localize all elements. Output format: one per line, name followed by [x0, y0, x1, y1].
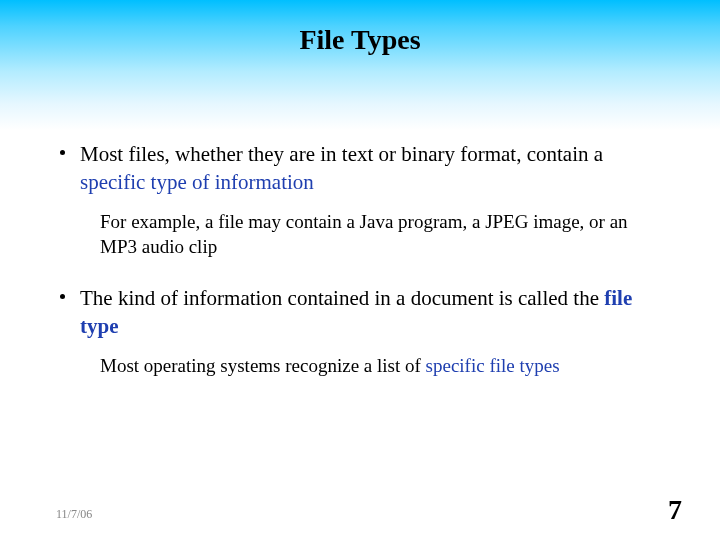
- bullet-sub-pre: For example, a file may contain a Java p…: [100, 211, 628, 258]
- page-number: 7: [668, 494, 682, 526]
- bullet-item: Most files, whether they are in text or …: [58, 140, 662, 260]
- bullet-sub-accent: specific file types: [426, 355, 560, 376]
- bullet-main-pre: Most files, whether they are in text or …: [80, 142, 603, 166]
- bullet-main-accent: specific type of information: [80, 170, 314, 194]
- slide-content: Most files, whether they are in text or …: [0, 130, 720, 378]
- bullet-sub-pre: Most operating systems recognize a list …: [100, 355, 426, 376]
- footer-date: 11/7/06: [56, 507, 92, 522]
- header-band: File Types: [0, 0, 720, 130]
- bullet-item: The kind of information contained in a d…: [58, 284, 662, 378]
- bullet-sub: For example, a file may contain a Java p…: [100, 209, 662, 260]
- slide-title: File Types: [0, 24, 720, 56]
- bullet-dot-icon: [60, 294, 65, 299]
- bullet-dot-icon: [60, 150, 65, 155]
- bullet-main-pre: The kind of information contained in a d…: [80, 286, 604, 310]
- bullet-sub: Most operating systems recognize a list …: [100, 353, 662, 379]
- bullet-list: Most files, whether they are in text or …: [58, 140, 662, 378]
